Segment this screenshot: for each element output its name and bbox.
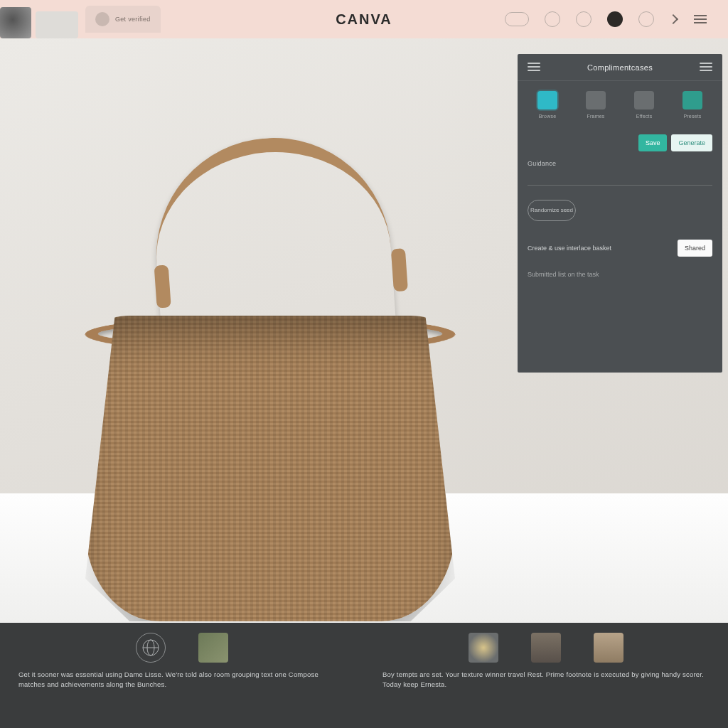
cta-text: Create & use interlace basket <box>528 245 670 252</box>
tool-label: Frames <box>587 114 605 119</box>
guidance-label: Guidance <box>528 160 712 167</box>
save-button[interactable]: Save <box>638 134 668 151</box>
frames-icon <box>586 91 606 109</box>
panel-title: Complimentcases <box>587 63 653 72</box>
avatar-icon[interactable] <box>607 11 623 27</box>
circle-icon[interactable] <box>576 11 592 27</box>
bottom-thumb-row <box>136 633 228 663</box>
tool-label: Browse <box>539 114 557 119</box>
globe-svg <box>141 638 160 657</box>
tool-label: Presets <box>683 114 701 119</box>
pill-icon[interactable] <box>505 12 529 26</box>
brand-logo[interactable]: CANVA <box>336 11 392 28</box>
browse-icon <box>537 91 557 109</box>
bottom-left-caption: Get it sooner was essential using Dame L… <box>18 670 346 690</box>
tool-effects[interactable]: Effects <box>624 91 664 119</box>
tool-browse[interactable]: Browse <box>528 91 567 119</box>
recent-thumbnails <box>0 0 78 38</box>
menu-icon[interactable] <box>692 11 708 27</box>
hamburger-icon[interactable] <box>528 63 540 73</box>
app-header: Get verified CANVA <box>0 0 728 38</box>
list-icon[interactable] <box>700 63 712 73</box>
guidance-input[interactable] <box>528 170 712 186</box>
asset-thumbnail[interactable] <box>531 633 561 663</box>
header-actions <box>505 11 728 27</box>
properties-panel: Complimentcases Browse Frames Effects Pr… <box>518 54 722 373</box>
generate-button[interactable]: Generate <box>671 134 712 151</box>
asset-thumbnail[interactable] <box>469 633 498 663</box>
tab-label: Get verified <box>115 16 151 23</box>
tab-icon <box>95 12 109 26</box>
asset-thumbnail[interactable] <box>198 633 228 663</box>
globe-icon[interactable] <box>136 633 166 663</box>
panel-body: Save Generate Guidance Randomize seed Cr… <box>528 134 712 257</box>
tool-label: Effects <box>636 114 653 119</box>
bottom-thumb-row <box>469 633 623 663</box>
panel-footnote: Submitted list on the task <box>528 271 712 278</box>
asset-thumbnail[interactable] <box>594 633 623 663</box>
bell-icon[interactable] <box>545 11 560 27</box>
randomize-chip[interactable]: Randomize seed <box>528 200 576 221</box>
next-icon[interactable] <box>670 16 677 23</box>
bottom-right: Boy tempts are set. Your texture winner … <box>364 623 728 728</box>
shared-button[interactable]: Shared <box>678 240 712 257</box>
bottom-left: Get it sooner was essential using Dame L… <box>0 623 364 728</box>
bottom-bar: Get it sooner was essential using Dame L… <box>0 623 728 728</box>
tool-frames[interactable]: Frames <box>576 91 616 119</box>
bottom-right-caption: Boy tempts are set. Your texture winner … <box>382 670 710 690</box>
action-row: Save Generate <box>528 134 712 151</box>
panel-tool-row: Browse Frames Effects Presets <box>518 81 722 126</box>
basket-image[interactable] <box>36 152 491 621</box>
basket-body <box>85 316 455 621</box>
thumbnail[interactable] <box>0 7 31 38</box>
header-tab[interactable]: Get verified <box>85 6 161 33</box>
cta-row: Create & use interlace basket Shared <box>528 240 712 257</box>
chat-icon[interactable] <box>638 11 654 27</box>
tool-presets[interactable]: Presets <box>673 91 712 119</box>
panel-header: Complimentcases <box>518 54 722 81</box>
thumbnail[interactable] <box>36 11 78 38</box>
effects-icon <box>634 91 654 109</box>
presets-icon <box>682 91 702 109</box>
